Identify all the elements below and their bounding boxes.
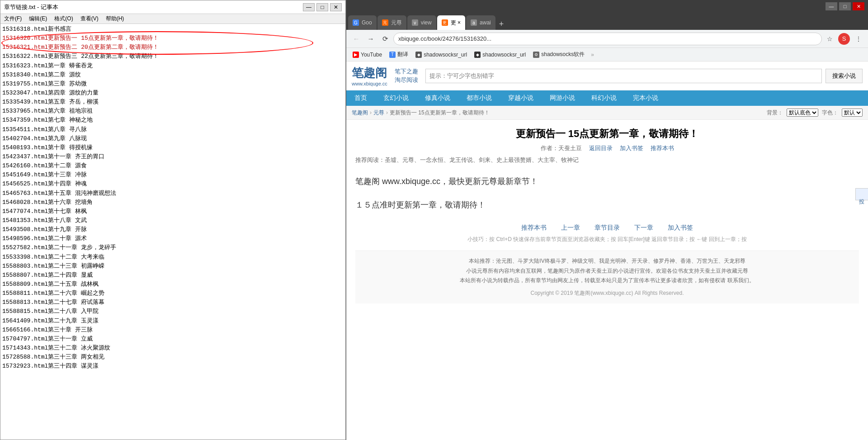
recommend-reading-text: 推荐阅读：圣墟、元尊、一念永恒、龙王传说、剑来、史上最强赘婿、大主宰、牧神记 [355, 156, 579, 163]
site-logo-sub: www.xbiquge.cc [352, 81, 387, 86]
tab-awai[interactable]: a awai [466, 15, 495, 30]
nav-avatar-button[interactable]: S [838, 33, 850, 45]
bookmark-shadowsocksr2[interactable]: ◆ shadowsocksr_url [472, 51, 528, 59]
menu-file[interactable]: 文件(F) [2, 15, 24, 23]
browser-content-wrapper: 笔趣阁 www.xbiquge.cc 笔下之趣 淘尽阅读 搜索小说 首页 玄幻小… [346, 62, 868, 440]
bookmark-shadowsocksr1[interactable]: ◆ shadowsocksr_url [413, 51, 470, 59]
notepad-line-14: 15408193.html第十章 得授机缘 [2, 143, 344, 152]
nav-chuanyue[interactable]: 穿越小说 [500, 90, 542, 106]
notepad-controls[interactable]: — □ ✕ [303, 3, 342, 11]
browser-bookmarks-bar: ▶ YouTube T 翻译 ◆ shadowsocksr_url ◆ shad… [346, 48, 868, 62]
notepad-line-6: 15318340.html第二章 源纹 [2, 71, 344, 80]
browser-minimize-button[interactable]: — [826, 2, 837, 10]
nav-wanben[interactable]: 完本小说 [625, 90, 666, 106]
bookmarks-more[interactable]: » [591, 52, 594, 58]
notepad-titlebar: 章节链接.txt - 记事本 — □ ✕ [0, 0, 345, 14]
notepad-line-29: 15588809.html第二十五章 战林枫 [2, 280, 344, 289]
article-recommend-book[interactable]: 推荐本书 [651, 144, 674, 152]
notepad-line-21: 15477074.html第十七章 林枫 [2, 207, 344, 216]
nav-dushi[interactable]: 都市小说 [458, 90, 500, 106]
article-body-p1: 笔趣阁 www.xbiquge.cc，最快更新元尊最新章节！ [355, 173, 859, 189]
site-article: 更新预告一 15点更新第一章，敬请期待！ 作者：天蚕土豆 返回目录 加入书签 推… [346, 120, 868, 440]
tab-goo-label: Goo [362, 19, 372, 26]
tab-yuanzun[interactable]: 元 元尊 [377, 15, 406, 30]
translate-favicon: T [389, 52, 396, 58]
bookmark-shadowsocks-software[interactable]: ⚙ shadowsocks软件 [530, 50, 587, 59]
site-tagline: 笔下之趣 淘尽阅读 [395, 67, 418, 84]
nav-home[interactable]: 首页 [346, 90, 375, 106]
bookmark-translate-label: 翻译 [397, 51, 408, 58]
tab-main-favicon: 更 [442, 19, 448, 26]
browser-navbar: ← → ⟳ xbiquge.cc/book/24276/15316320... … [346, 30, 868, 48]
site-search-button[interactable]: 搜索小说 [826, 69, 863, 83]
footer-recommend[interactable]: 推荐本书 [521, 224, 547, 232]
nav-icons: ☆ S ⋮ [824, 33, 864, 45]
browser-tabbar: G Goo 元 元尊 v view 更 更 × a awai + [346, 13, 868, 30]
nav-wangyou[interactable]: 网游小说 [542, 90, 583, 106]
bookmark-youtube[interactable]: ▶ YouTube [350, 51, 385, 59]
tab-yuanzun-label: 元尊 [391, 19, 402, 27]
breadcrumb-book[interactable]: 元尊 [373, 109, 384, 117]
bookmark-translate[interactable]: T 翻译 [387, 50, 411, 59]
notepad-line-28: 15588807.html第二十四章 显威 [2, 271, 344, 280]
breadcrumb-settings: 背景： 默认底色 字色： 默认 [767, 109, 863, 117]
article-meta: 作者：天蚕土豆 返回目录 加入书签 推荐本书 [355, 144, 859, 152]
tab-awai-label: awai [480, 19, 491, 26]
article-add-bookmark[interactable]: 加入书签 [620, 144, 643, 152]
article-tips: 小技巧：按 Ctrl+D 快速保存当前章节页面至浏览器收藏夹；按 回车[Ente… [355, 236, 859, 243]
breadcrumb-left: 笔趣阁 › 元尊 › 更新预告一 15点更新第一章，敬请期待！ [352, 109, 490, 117]
site-logo-area: 笔趣阁 www.xbiquge.cc [352, 65, 387, 86]
tab-awai-favicon: a [471, 19, 477, 26]
notepad-line-25: 15527582.html第二十一章 龙步，龙碎手 [2, 243, 344, 252]
tab-view[interactable]: v view [407, 15, 436, 30]
notepad-line-24: 15498596.html第二十章 源术 [2, 234, 344, 243]
new-tab-button[interactable]: + [496, 19, 507, 29]
notepad-line-23: 15493508.html第十九章 开脉 [2, 225, 344, 234]
maximize-button[interactable]: □ [316, 3, 328, 11]
notepad-content[interactable]: 15316318.html新书感言15316320.html更新预告一 15点更… [0, 24, 345, 440]
notepad-line-11: 15347359.html第七章 神秘之地 [2, 116, 344, 125]
notepad-line-31: 15588813.html第二十七章 府试落幕 [2, 298, 344, 307]
nav-xuanhuan[interactable]: 玄幻小说 [375, 90, 417, 106]
notepad-line-16: 15426160.html第十二章 源食 [2, 161, 344, 170]
site-search-input[interactable] [425, 69, 822, 83]
footer-add-bookmark[interactable]: 加入书签 [668, 224, 693, 232]
address-bar[interactable]: xbiquge.cc/book/24276/15316320... [393, 33, 822, 45]
site-logo[interactable]: 笔趣阁 [352, 65, 387, 81]
back-button[interactable]: ← [350, 33, 363, 45]
notepad-menubar: 文件(F) 编辑(E) 格式(O) 查看(V) 帮助(H) [0, 14, 345, 24]
bg-select[interactable]: 默认底色 [787, 109, 818, 117]
font-select[interactable]: 默认 [842, 109, 863, 117]
minimize-button[interactable]: — [303, 3, 315, 11]
breadcrumb-home[interactable]: 笔趣阁 [352, 109, 368, 117]
forward-button[interactable]: → [364, 33, 377, 45]
notepad-line-33: 15641409.html第二十九章 玉灵漾 [2, 317, 344, 326]
tab-view-favicon: v [412, 19, 418, 26]
side-recommend-tab[interactable]: 投 推 荐 票 加入书签 [855, 188, 868, 200]
footer-prev[interactable]: 上一章 [561, 224, 580, 232]
nav-xiuzhen[interactable]: 修真小说 [417, 90, 458, 106]
footer-catalog[interactable]: 章节目录 [594, 224, 620, 232]
notepad-line-36: 15714343.html第三十二章 冰火聚源纹 [2, 344, 344, 353]
close-button[interactable]: ✕ [330, 3, 342, 11]
article-return-catalog[interactable]: 返回目录 [589, 144, 613, 152]
menu-help[interactable]: 帮助(H) [104, 15, 126, 23]
shadowsocks-software-favicon: ⚙ [533, 52, 539, 58]
article-title: 更新预告一 15点更新第一章，敬请期待！ [355, 127, 859, 141]
notepad-line-22: 15481353.html第十八章 文武 [2, 216, 344, 225]
browser-titlebar: — □ ✕ [346, 0, 868, 13]
menu-view[interactable]: 查看(V) [79, 15, 100, 23]
footer-next[interactable]: 下一章 [634, 224, 653, 232]
menu-edit[interactable]: 编辑(E) [27, 15, 49, 23]
nav-kehuan[interactable]: 科幻小说 [583, 90, 625, 106]
nav-more-button[interactable]: ⋮ [853, 33, 864, 45]
tab-main[interactable]: 更 更 × [437, 15, 465, 30]
breadcrumb-chapter: 更新预告一 15点更新第一章，敬请期待！ [390, 109, 490, 117]
menu-format[interactable]: 格式(O) [52, 15, 75, 23]
refresh-button[interactable]: ⟳ [379, 33, 392, 45]
browser-close-button[interactable]: ✕ [853, 2, 864, 10]
bookmark-star-button[interactable]: ☆ [824, 33, 835, 45]
browser-maximize-button[interactable]: □ [839, 2, 851, 10]
tab-goo[interactable]: G Goo [348, 15, 377, 30]
browser-content: 笔趣阁 www.xbiquge.cc 笔下之趣 淘尽阅读 搜索小说 首页 玄幻小… [346, 62, 868, 440]
